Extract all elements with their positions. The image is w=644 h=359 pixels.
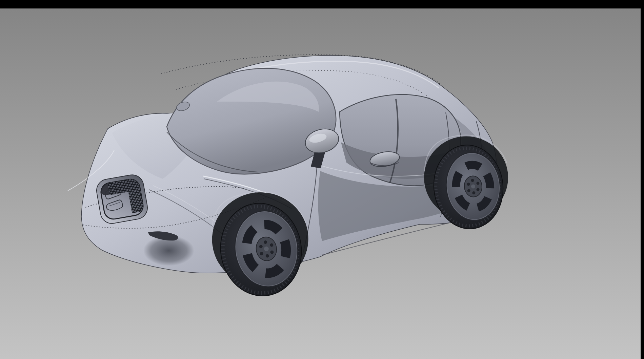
application-window <box>0 0 644 359</box>
car-model <box>68 55 513 302</box>
front-grille <box>95 173 149 225</box>
car-render-canvas <box>0 8 641 359</box>
right-letterbox-bar <box>641 0 644 359</box>
top-letterbox-bar <box>0 0 644 8</box>
3d-viewport[interactable] <box>0 8 641 359</box>
